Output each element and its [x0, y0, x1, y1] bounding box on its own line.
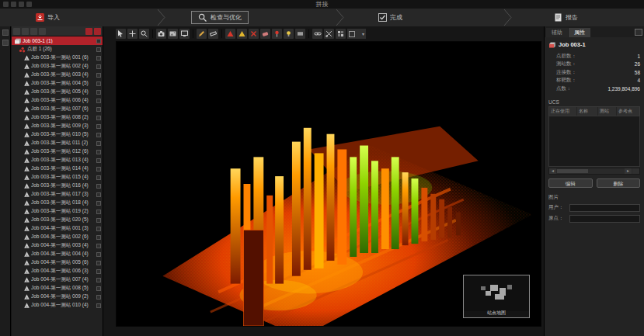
station-status-icon [96, 227, 101, 231]
redo-icon[interactable] [26, 2, 32, 7]
property-label: 测站数： [556, 61, 576, 68]
property-row: 标靶数： 4 [548, 77, 640, 85]
tree-station-row[interactable]: Job 004-第一测站 009 (2) [12, 293, 103, 301]
station-icon [24, 140, 30, 146]
workflow-step-review-optimize[interactable]: 检查与优化 [191, 11, 249, 24]
bookmarks-panel-icon[interactable] [2, 40, 9, 46]
tree-search-icon[interactable] [39, 28, 46, 35]
tree-station-row[interactable]: Job 004-第一测站 006 (3) [12, 267, 103, 275]
station-status-icon [96, 81, 101, 86]
origin-field-row: 原点： [548, 215, 640, 223]
station-status-icon [96, 90, 101, 95]
tree-station-row[interactable]: Job 003-第一测站 011 (2) [12, 139, 103, 147]
bulb-icon[interactable] [284, 29, 294, 39]
seed-grid-icon[interactable] [336, 29, 346, 39]
zoom-window-icon[interactable] [139, 29, 149, 39]
tree-station-row[interactable]: Job 003-第一测站 003 (4) [12, 71, 103, 79]
add-target-red-icon[interactable] [225, 29, 235, 39]
eraser-icon[interactable] [260, 29, 270, 39]
link-setups-icon[interactable] [312, 29, 322, 39]
snapshot-image-icon[interactable] [168, 29, 178, 39]
project-panel-icon[interactable] [2, 29, 9, 36]
edit-button[interactable]: 编辑 [548, 178, 593, 188]
scroll-left-icon[interactable]: ◂ [549, 168, 556, 174]
tree-bundle-row[interactable]: 点群 1 (26) [12, 45, 103, 54]
tree-station-row[interactable]: Job 003-第一测站 013 (4) [12, 156, 103, 165]
delete-target-icon[interactable] [249, 29, 259, 39]
measure-ruler-icon[interactable] [208, 29, 218, 39]
tree-station-row[interactable]: Job 004-第一测站 010 (4) [12, 301, 103, 310]
tree-station-row[interactable]: Job 003-第一测站 001 (6) [12, 54, 103, 62]
display-settings-icon[interactable] [179, 29, 190, 39]
scroll-track[interactable] [556, 168, 625, 174]
tree-station-row[interactable]: Job 004-第一测站 008 (5) [12, 284, 103, 293]
tree-targets-icon[interactable] [30, 28, 37, 35]
tree-links-icon[interactable] [22, 28, 29, 35]
tab-properties[interactable]: 属性 [569, 28, 590, 37]
save-icon[interactable] [11, 2, 16, 7]
origin-field-label: 原点： [548, 215, 567, 222]
tree-root-row[interactable]: Job 003-1 (1) [12, 36, 103, 45]
pan-tool-icon[interactable] [127, 29, 138, 39]
app-logo-icon[interactable] [3, 2, 9, 7]
workflow-step-import[interactable]: 导入 [36, 11, 60, 24]
tree-station-row[interactable]: Job 003-第一测站 007 (6) [12, 105, 103, 113]
workflow-step-report[interactable]: 报告 [554, 11, 578, 24]
window-title: 拼接 [0, 0, 644, 9]
tree-station-row[interactable]: Job 003-第一测站 019 (2) [12, 207, 103, 216]
camera-icon[interactable] [156, 29, 166, 39]
undo-icon[interactable] [19, 2, 24, 7]
tree-station-row[interactable]: Job 004-第一测站 004 (4) [12, 250, 103, 258]
station-icon [24, 132, 30, 137]
tree-station-row[interactable]: Job 003-第一测站 020 (5) [12, 216, 103, 224]
ucs-section-title: UCS [548, 99, 640, 105]
tree-station-row[interactable]: Job 004-第一测站 003 (4) [12, 241, 103, 250]
station-label: Job 004-第一测站 005 (6) [31, 259, 89, 266]
station-icon [24, 149, 30, 154]
tree-station-row[interactable]: Job 003-第一测站 008 (2) [12, 113, 103, 122]
select-tool-icon[interactable] [116, 29, 126, 39]
tree-list-icon[interactable] [13, 28, 20, 35]
station-status-icon [96, 192, 101, 197]
split-cut-icon[interactable] [324, 29, 334, 39]
tree-station-row[interactable]: Job 003-第一测站 009 (3) [12, 122, 103, 130]
tree-station-row[interactable]: Job 003-第一测站 014 (4) [12, 165, 103, 173]
tree-station-row[interactable]: Job 003-第一测站 005 (4) [12, 88, 103, 96]
ucs-horizontal-scrollbar[interactable]: ◂ ▸ [548, 168, 640, 175]
scroll-thumb[interactable] [557, 169, 588, 173]
origin-field-input[interactable] [569, 215, 640, 223]
station-icon [24, 209, 30, 214]
tab-assist[interactable]: 辅助 [546, 28, 568, 37]
tree-station-row[interactable]: Job 003-第一测站 006 (4) [12, 96, 103, 105]
add-target-yellow-icon[interactable] [237, 29, 247, 39]
tree-station-row[interactable]: Job 003-第一测站 002 (4) [12, 62, 103, 71]
tree-station-row[interactable]: Job 004-第一测站 007 (4) [12, 275, 103, 284]
scroll-right-icon[interactable]: ▸ [625, 168, 632, 174]
tree-station-row[interactable]: Job 004-第一测站 005 (6) [12, 258, 103, 267]
station-label: Job 003-第一测站 001 (6) [31, 54, 89, 61]
user-field-input[interactable] [569, 204, 640, 212]
pin-icon[interactable] [272, 29, 282, 39]
ucs-table-body[interactable] [548, 116, 640, 167]
dock-layout-icon[interactable] [635, 29, 642, 36]
pencil-annotate-icon[interactable] [197, 29, 207, 39]
site-map-minimap[interactable]: 站点地图 [463, 275, 530, 318]
station-label: Job 004-第一测站 010 (4) [31, 302, 89, 309]
select-all-toggle-icon[interactable] [85, 28, 92, 35]
label-tag-icon[interactable] [295, 29, 305, 39]
tree-station-row[interactable]: Job 003-第一测站 017 (3) [12, 190, 103, 199]
tree-station-row[interactable]: Job 003-第一测站 015 (4) [12, 173, 103, 182]
station-label: Job 004-第一测站 006 (3) [31, 268, 89, 275]
tree-station-row[interactable]: Job 004-第一测站 001 (3) [12, 224, 103, 233]
tree-station-row[interactable]: Job 003-第一测站 018 (4) [12, 199, 103, 207]
tree-station-row[interactable]: Job 003-第一测站 010 (5) [12, 130, 103, 139]
view-mode-dropdown[interactable]: ▾ [347, 29, 366, 39]
tree-station-row[interactable]: Job 004-第一测站 002 (6) [12, 233, 103, 241]
delete-button[interactable]: 删除 [597, 178, 641, 188]
point-cloud-viewport[interactable]: 站点地图 [116, 41, 541, 327]
tree-station-row[interactable]: Job 003-第一测站 004 (5) [12, 79, 103, 88]
clear-all-toggle-icon[interactable] [94, 28, 101, 35]
workflow-step-finalize[interactable]: 完成 [378, 11, 402, 24]
tree-station-row[interactable]: Job 003-第一测站 016 (4) [12, 182, 103, 190]
tree-station-row[interactable]: Job 003-第一测站 012 (6) [12, 147, 103, 156]
